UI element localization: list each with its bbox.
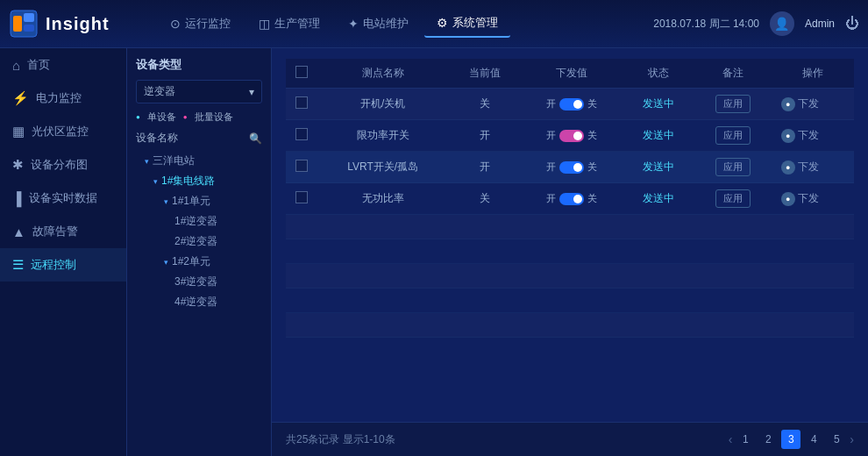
empty-row xyxy=(286,239,854,264)
send-btn-0[interactable]: ● 下发 xyxy=(781,96,819,111)
remote-icon: ☰ xyxy=(12,257,24,273)
cell-current-1: 开 xyxy=(448,120,521,152)
sidebar-item-device-map[interactable]: ✱ 设备分布图 xyxy=(0,148,126,182)
cell-current-0: 关 xyxy=(448,89,521,120)
main-layout: ⌂ 首页 ⚡ 电力监控 ▦ 光伏区监控 ✱ 设备分布图 ▐ 设备实时数据 ▲ 故… xyxy=(0,48,868,456)
tree-inverter2[interactable]: 2#逆变器 xyxy=(167,232,262,252)
page-btn-2[interactable]: 2 xyxy=(758,430,778,449)
cell-send-3[interactable]: 开 关 xyxy=(521,183,622,215)
tree-unit2[interactable]: ▾ 1#2单元 xyxy=(157,252,262,272)
tree-inverters-2: 3#逆变器 4#逆变器 xyxy=(157,272,262,312)
nav-tabs: ⊙ 运行监控 ◫ 生产管理 ✦ 电站维护 ⚙ 系统管理 xyxy=(149,10,653,38)
page-btn-4[interactable]: 4 xyxy=(804,430,823,449)
device-mode-row: ● 单设备 ● 批量设备 xyxy=(136,110,262,124)
power-icon[interactable]: ⏻ xyxy=(845,16,859,32)
cell-send-0[interactable]: 开 关 xyxy=(521,89,622,120)
nav-tab-production[interactable]: ◫ 生产管理 xyxy=(246,11,332,37)
send-circle-0: ● xyxy=(781,97,795,111)
page-btn-1[interactable]: 1 xyxy=(736,430,755,449)
admin-label: Admin xyxy=(805,18,835,30)
device-panel: 设备类型 逆变器 ▾ ● 单设备 ● 批量设备 设备名称 🔍 ▾ 三洋电站 ▾ … xyxy=(127,48,272,456)
pagination-info: 共25条记录 显示1-10条 xyxy=(286,432,395,447)
sidebar-item-remote[interactable]: ☰ 远程控制 xyxy=(0,248,126,281)
unit2-arrow: ▾ xyxy=(164,258,168,267)
left-sidebar: ⌂ 首页 ⚡ 电力监控 ▦ 光伏区监控 ✱ 设备分布图 ▐ 设备实时数据 ▲ 故… xyxy=(0,48,127,456)
toggle-track-0[interactable] xyxy=(559,98,584,110)
logo-icon xyxy=(9,9,39,39)
cell-action-1[interactable]: ● 下发 xyxy=(772,120,854,152)
cell-status-3: 发送中 xyxy=(622,183,694,215)
send-btn-2[interactable]: ● 下发 xyxy=(781,160,819,175)
table-container: 测点名称 当前值 下发值 状态 备注 操作 开机/关机 关 开 xyxy=(272,48,868,422)
svg-rect-1 xyxy=(13,16,22,32)
next-page-btn[interactable]: › xyxy=(850,432,854,446)
cell-status-2: 发送中 xyxy=(622,152,694,183)
sidebar-item-alarm[interactable]: ▲ 故障告警 xyxy=(0,215,126,248)
device-name-row: 设备名称 🔍 xyxy=(136,131,262,146)
tree-unit1-group: ▾ 1#1单元 1#逆变器 2#逆变器 ▾ 1#2单元 xyxy=(146,191,262,312)
tree-inverter3[interactable]: 3#逆变器 xyxy=(167,272,262,292)
search-icon[interactable]: 🔍 xyxy=(249,132,262,145)
page-btn-5[interactable]: 5 xyxy=(827,430,846,449)
cell-action-2[interactable]: ● 下发 xyxy=(772,152,854,183)
empty-row xyxy=(286,313,854,338)
sidebar-item-power[interactable]: ⚡ 电力监控 xyxy=(0,82,126,115)
page-btn-3[interactable]: 3 xyxy=(781,430,800,449)
cell-send-2[interactable]: 开 关 xyxy=(521,152,622,183)
realtime-icon: ▐ xyxy=(12,191,22,206)
row-checkbox-1[interactable] xyxy=(295,128,308,140)
cell-note-1[interactable]: 应用 xyxy=(694,120,772,152)
nav-tab-monitor[interactable]: ⊙ 运行监控 xyxy=(158,11,243,37)
circuit-arrow: ▾ xyxy=(153,177,158,186)
row-checkbox-3[interactable] xyxy=(295,191,308,203)
table-row: 开机/关机 关 开 关 发送中 应用 ● 下发 xyxy=(286,89,854,120)
cell-action-3[interactable]: ● 下发 xyxy=(772,183,854,215)
logo-area: Insight xyxy=(9,9,149,39)
nav-tab-station[interactable]: ✦ 电站维护 xyxy=(336,11,421,37)
toggle-track-2[interactable] xyxy=(559,161,584,174)
chevron-down-icon: ▾ xyxy=(249,86,254,98)
device-panel-title: 设备类型 xyxy=(136,57,262,73)
cell-name-2: LVRT开关/孤岛 xyxy=(317,152,448,183)
send-circle-2: ● xyxy=(781,160,795,175)
sidebar-item-home[interactable]: ⌂ 首页 xyxy=(0,48,126,82)
cell-current-2: 开 xyxy=(448,152,521,183)
col-note: 备注 xyxy=(694,59,772,89)
send-btn-3[interactable]: ● 下发 xyxy=(781,191,819,206)
logo-text: Insight xyxy=(46,14,110,34)
cell-note-3[interactable]: 应用 xyxy=(694,183,772,215)
tree-station[interactable]: ▾ 三洋电站 xyxy=(136,151,262,171)
cell-note-0[interactable]: 应用 xyxy=(694,89,772,120)
sidebar-item-realtime[interactable]: ▐ 设备实时数据 xyxy=(0,182,126,215)
empty-row xyxy=(286,289,854,313)
pv-icon: ▦ xyxy=(12,124,25,139)
col-send: 下发值 xyxy=(521,59,622,89)
select-all-checkbox[interactable] xyxy=(295,66,308,78)
toggle-track-3[interactable] xyxy=(559,193,584,205)
col-name: 测点名称 xyxy=(317,59,448,89)
tree-inverter4[interactable]: 4#逆变器 xyxy=(167,292,262,312)
toggle-track-1[interactable] xyxy=(559,130,584,142)
tree-circuit[interactable]: ▾ 1#集电线路 xyxy=(146,171,262,191)
row-checkbox-2[interactable] xyxy=(295,160,308,172)
cell-action-0[interactable]: ● 下发 xyxy=(772,89,854,120)
prev-page-btn[interactable]: ‹ xyxy=(729,432,733,446)
tree-inverter1[interactable]: 1#逆变器 xyxy=(167,211,262,232)
send-circle-1: ● xyxy=(781,129,795,143)
tree-circuit-group: ▾ 1#集电线路 ▾ 1#1单元 1#逆变器 2#逆变器 ▾ xyxy=(136,171,262,312)
pagination-bar: 共25条记录 显示1-10条 ‹ 1 2 3 4 5 › xyxy=(272,422,868,456)
send-btn-1[interactable]: ● 下发 xyxy=(781,128,819,143)
top-right-area: 2018.07.18 周二 14:00 👤 Admin ⏻ xyxy=(653,11,859,36)
cell-send-1[interactable]: 开 关 xyxy=(521,120,622,152)
monitor-icon: ⊙ xyxy=(170,17,181,31)
admin-avatar: 👤 xyxy=(770,11,794,36)
home-icon: ⌂ xyxy=(12,58,20,73)
row-checkbox-0[interactable] xyxy=(295,96,308,109)
cell-note-2[interactable]: 应用 xyxy=(694,152,772,183)
tree-unit1[interactable]: ▾ 1#1单元 xyxy=(157,191,262,211)
sidebar-item-pv[interactable]: ▦ 光伏区监控 xyxy=(0,115,126,148)
cell-name-3: 无功比率 xyxy=(317,183,448,215)
unit1-arrow: ▾ xyxy=(164,197,168,206)
device-type-select[interactable]: 逆变器 ▾ xyxy=(136,80,262,103)
nav-tab-system[interactable]: ⚙ 系统管理 xyxy=(424,10,510,38)
